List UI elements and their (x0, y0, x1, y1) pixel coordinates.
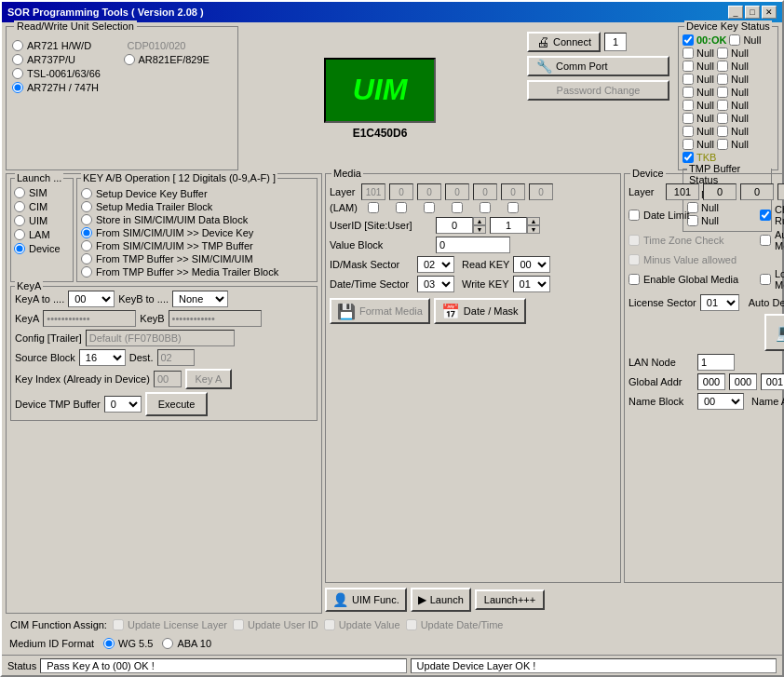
key-b-input[interactable] (169, 310, 262, 327)
device-layer-0a[interactable] (703, 183, 737, 200)
global-addr-2[interactable] (729, 373, 757, 390)
datetime-select[interactable]: 03 (417, 276, 454, 292)
device-tmp-select[interactable]: 0 (104, 396, 142, 413)
lan-node-input[interactable] (697, 354, 735, 371)
dks-tkb-cb[interactable] (683, 152, 694, 163)
launch-button[interactable]: ▶ Launch (411, 588, 471, 612)
ar727-radio-label[interactable]: AR727H / 747H (12, 82, 232, 93)
userid-up1[interactable]: ▲ (473, 217, 486, 225)
setup-media-trailer-radio[interactable] (81, 201, 92, 212)
minimize-button[interactable]: _ (728, 6, 743, 19)
store-sim-radio[interactable] (81, 214, 92, 225)
dks-null-0[interactable] (729, 34, 740, 46)
ar727-radio[interactable] (12, 82, 23, 93)
media-layer-0e[interactable] (501, 183, 525, 200)
media-layer-0f[interactable] (529, 183, 553, 200)
ar721-radio-label[interactable]: AR721 H/W/D (12, 40, 121, 51)
aba-radio-label[interactable]: ABA 10 (162, 638, 211, 649)
device-layer-0b[interactable] (740, 183, 774, 200)
cim-radio[interactable] (14, 201, 25, 212)
comm-port-button[interactable]: 🔧 Comm Port (527, 56, 669, 76)
dks-cb-14[interactable] (717, 126, 728, 137)
media-layer-0d[interactable] (473, 183, 497, 200)
from-tmp-trailer-label[interactable]: From TMP Buffer >> Media Trailer Block (81, 266, 313, 278)
tsl-radio[interactable] (12, 68, 23, 79)
global-addr-1[interactable] (697, 373, 725, 390)
ar737-radio[interactable] (12, 54, 23, 65)
check-open-rules-label[interactable]: Check Open System Rules (760, 204, 784, 226)
userid-input1[interactable] (436, 217, 473, 234)
update-userid-cb[interactable] (233, 619, 244, 630)
source-block-select[interactable]: 16 (79, 349, 126, 366)
wg-radio[interactable] (103, 638, 115, 649)
key-a-input[interactable] (43, 310, 136, 327)
auto-decrement-cb[interactable] (760, 235, 771, 246)
key-a-button[interactable]: Key A (185, 369, 232, 389)
launch-device-button[interactable]: 💻 Launch Device (764, 314, 784, 351)
dks-cb-10[interactable] (717, 100, 728, 111)
uim-func-button[interactable]: 👤 UIM Func. (325, 588, 407, 612)
setup-media-trailer-label[interactable]: Setup Media Trailer Block (81, 201, 313, 212)
launch-plus-button[interactable]: Launch+++ (475, 589, 545, 610)
dks-cb-13[interactable] (683, 126, 694, 137)
from-tmp-trailer-radio[interactable] (81, 266, 92, 278)
from-sim-device-radio[interactable] (81, 227, 92, 238)
load-lift-label[interactable]: Load Lift Data from Medium (760, 268, 784, 291)
uim-radio[interactable] (14, 215, 25, 226)
lam-l2[interactable] (389, 202, 413, 213)
minus-value-cb[interactable] (629, 254, 640, 265)
setup-key-buffer-label[interactable]: Setup Device Key Buffer (81, 188, 313, 199)
connect-button[interactable]: 🖨 Connect (527, 32, 601, 52)
license-sector-select[interactable]: 01 (700, 294, 739, 311)
update-license-cb[interactable] (113, 619, 124, 630)
ar721-radio[interactable] (12, 40, 23, 51)
config-input[interactable] (86, 330, 235, 346)
load-lift-cb[interactable] (760, 274, 771, 285)
media-layer-0b[interactable] (417, 183, 441, 200)
maximize-button[interactable]: □ (745, 6, 760, 19)
lam-l4[interactable] (445, 202, 469, 213)
device-layer-0c[interactable] (777, 183, 784, 200)
key-b-to-select[interactable]: None (172, 291, 228, 307)
key-index-input[interactable] (154, 371, 182, 387)
wg-radio-label[interactable]: WG 5.5 (103, 638, 153, 649)
minus-value-label[interactable]: Minus Value allowed (629, 254, 754, 265)
check-open-rules-cb[interactable] (760, 210, 771, 221)
lam-radio[interactable] (14, 229, 25, 240)
name-block-select[interactable]: 00 (697, 393, 744, 410)
device-layer-101[interactable] (666, 183, 699, 200)
enable-global-label[interactable]: Enable Global Media (629, 268, 754, 291)
dks-cb-6[interactable] (717, 74, 728, 85)
update-datetime-cb[interactable] (406, 619, 417, 630)
value-block-input[interactable] (436, 237, 510, 253)
dks-cb-9[interactable] (683, 100, 694, 111)
from-sim-tmp-radio[interactable] (81, 240, 92, 251)
update-value-cb[interactable] (324, 619, 335, 630)
device-radio[interactable] (14, 243, 25, 254)
dks-cb-15[interactable] (683, 139, 694, 150)
dks-cb-5[interactable] (683, 74, 694, 85)
lam-radio-label[interactable]: LAM (14, 229, 70, 240)
from-sim-tmp-label[interactable]: From SIM/CIM/UIM >> TMP Buffer (81, 240, 313, 251)
read-key-select[interactable]: 00 (513, 256, 550, 273)
sim-radio[interactable] (14, 187, 25, 198)
device-radio-label[interactable]: Device (14, 243, 70, 254)
format-media-button[interactable]: 💾 Format Media (330, 298, 430, 324)
media-layer-0c[interactable] (445, 183, 469, 200)
password-change-button[interactable]: Password Change (527, 80, 669, 101)
dks-cb-8[interactable] (717, 87, 728, 98)
userid-down1[interactable]: ▼ (473, 225, 486, 234)
setup-key-buffer-radio[interactable] (81, 188, 92, 199)
userid-input2[interactable] (490, 217, 527, 234)
dks-cb-4[interactable] (717, 61, 728, 72)
lam-l6[interactable] (501, 202, 525, 213)
userid-down2[interactable]: ▼ (527, 225, 540, 234)
key-a-to-select[interactable]: 00 (68, 291, 115, 307)
media-layer-0a[interactable] (389, 183, 413, 200)
global-addr-3[interactable] (761, 373, 784, 390)
time-zone-label[interactable]: Time Zone Check (629, 229, 754, 251)
sim-radio-label[interactable]: SIM (14, 187, 70, 198)
ar821-radio-label[interactable]: AR821EF/829E (124, 54, 233, 65)
cim-radio-label[interactable]: CIM (14, 201, 70, 212)
date-limit-label[interactable]: Date Limit (629, 204, 754, 226)
